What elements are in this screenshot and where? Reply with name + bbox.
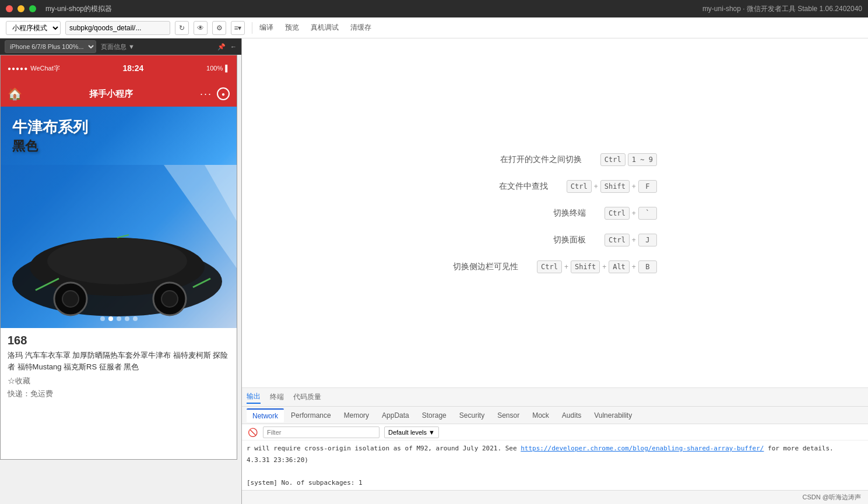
mode-select[interactable]: 小程序模式 <box>6 21 61 35</box>
chrome-link[interactable]: https://developer.chrome.com/blog/enabli… <box>521 445 764 452</box>
shortcut-desc-5: 切换侧边栏可见性 <box>453 262 518 272</box>
minimize-window-btn[interactable] <box>17 5 24 12</box>
key-b-5: B <box>638 260 657 273</box>
console-line-4: [system] No. of subpackages: 1 <box>247 477 863 489</box>
indicator-4 <box>125 316 129 321</box>
key-ctrl-4: Ctrl <box>605 234 630 246</box>
status-left: ●●●●● WeChat字 <box>8 64 60 73</box>
svg-point-5 <box>62 291 79 307</box>
console-line-2: 4.3.31 23:36:20) <box>247 454 863 466</box>
product-info: 168 洛玛 汽车车衣车罩 加厚防晒隔热车套外罩牛津布 福特麦柯斯 探险者 福特… <box>1 328 237 403</box>
key-range-1: 1 ~ 9 <box>628 153 657 166</box>
compile-label: 编译 <box>259 23 273 33</box>
indicator-3 <box>117 316 121 321</box>
tab-appdata[interactable]: AppData <box>376 409 415 422</box>
product-name: 洛玛 汽车车衣车罩 加厚防晒隔热车套外罩牛津布 福特麦柯斯 探险者 福特Must… <box>8 350 230 372</box>
banner-sub: 黑色 <box>12 139 88 154</box>
simulator-top-bar: iPhone 6/7/8 Plus 100%... 页面信息 ▼ 📌 ← <box>0 38 241 55</box>
tab-terminal[interactable]: 终端 <box>270 391 284 403</box>
indicator-5 <box>133 316 138 321</box>
shortcut-row-4: 切换面板 Ctrl + J <box>453 234 657 246</box>
shortcut-keys-5: Ctrl + Shift + Alt + B <box>537 260 657 273</box>
key-backtick-3: ` <box>638 207 657 220</box>
debug-label: 真机调试 <box>311 23 339 33</box>
device-select[interactable]: iPhone 6/7/8 Plus 100%... <box>5 40 96 53</box>
key-ctrl-1: Ctrl <box>600 153 625 166</box>
key-ctrl-2: Ctrl <box>567 180 592 193</box>
page-info-btn[interactable]: 页面信息 ▼ <box>101 43 135 51</box>
more-btn[interactable]: ≡▾ <box>231 21 245 35</box>
tab-vulnerability[interactable]: Vulnerability <box>588 409 638 422</box>
signal-icon: ●●●●● <box>8 65 28 72</box>
tab-network[interactable]: Network <box>247 408 284 422</box>
app-wrapper: my-uni-shop的模拟器 my-uni-shop · 微信开发者工具 St… <box>0 0 868 504</box>
settings-btn[interactable]: ⚙ <box>212 21 226 35</box>
product-banner: 牛津布系列 黑色 <box>1 107 237 328</box>
network-label: WeChat字 <box>30 64 60 73</box>
key-j-4: J <box>638 234 657 246</box>
shortcut-keys-4: Ctrl + J <box>605 234 657 246</box>
nav-title: 择手小程序 <box>89 89 133 100</box>
shipping-info: 快递：免运费 <box>8 389 230 399</box>
console-toolbar: 🚫 Default levels ▼ <box>242 424 868 440</box>
status-right: 100% ▌ <box>206 65 230 72</box>
banner-heading: 牛津布系列 <box>12 118 88 136</box>
shortcut-row-5: 切换侧边栏可见性 Ctrl + Shift + Alt + B <box>453 260 657 273</box>
main-toolbar: 小程序模式 ↻ 👁 ⚙ ≡▾ 编译 预览 真机调试 清缓存 <box>0 17 868 38</box>
key-ctrl-3: Ctrl <box>605 207 630 220</box>
time-display: 18:24 <box>123 64 144 73</box>
shortcut-desc-1: 在打开的文件之间切换 <box>453 154 582 165</box>
preview-eye-btn[interactable]: 👁 <box>194 21 208 35</box>
console-output: r will require cross-origin isolation as… <box>242 440 868 490</box>
tab-memory[interactable]: Memory <box>338 409 375 422</box>
shortcut-row-1: 在打开的文件之间切换 Ctrl 1 ~ 9 <box>453 153 657 166</box>
svg-point-7 <box>161 291 178 307</box>
home-icon[interactable]: 🏠 <box>8 87 22 101</box>
tab-security[interactable]: Security <box>454 409 490 422</box>
key-alt-5: Alt <box>609 260 630 273</box>
tab-sensor[interactable]: Sensor <box>491 409 525 422</box>
nav-dots[interactable]: ··· <box>200 88 212 100</box>
phone-status-bar: ●●●●● WeChat字 18:24 100% ▌ <box>1 55 237 81</box>
level-selector-btn[interactable]: Default levels ▼ <box>384 427 439 438</box>
path-input[interactable] <box>65 21 170 35</box>
right-column: 在打开的文件之间切换 Ctrl 1 ~ 9 在文件中查找 Ctrl + Shif… <box>242 38 868 504</box>
sim-right-controls: 📌 ← <box>217 43 237 51</box>
tab-audits[interactable]: Audits <box>556 409 587 422</box>
phone-nav-bar: 🏠 择手小程序 ··· ● <box>1 81 237 107</box>
refresh-btn[interactable]: ↻ <box>175 21 189 35</box>
close-window-btn[interactable] <box>6 5 13 12</box>
back-icon[interactable]: ← <box>230 43 237 50</box>
simulator-column: iPhone 6/7/8 Plus 100%... 页面信息 ▼ 📌 ← <box>0 38 242 504</box>
indicator-2 <box>108 316 113 321</box>
key-shift-5: Shift <box>571 260 600 273</box>
collect-btn[interactable]: ☆收藏 <box>8 376 230 386</box>
title-bar-left: my-uni-shop的模拟器 <box>6 4 112 14</box>
battery-label: 100% <box>206 65 223 72</box>
console-line-1: r will require cross-origin isolation as… <box>247 443 863 454</box>
filter-input[interactable] <box>263 427 379 438</box>
clear-console-btn[interactable]: 🚫 <box>247 427 258 438</box>
pin-icon[interactable]: 📌 <box>217 43 226 51</box>
console-line-3 <box>247 466 863 477</box>
status-bar: CSDN @听海边涛声 <box>242 490 868 504</box>
tab-storage[interactable]: Storage <box>416 409 452 422</box>
tab-performance[interactable]: Performance <box>285 409 337 422</box>
phone-container: ●●●●● WeChat字 18:24 100% ▌ 🏠 择手小程序 <box>0 55 241 504</box>
shortcut-desc-3: 切换终端 <box>453 208 586 218</box>
content-wrapper: iPhone 6/7/8 Plus 100%... 页面信息 ▼ 📌 ← <box>0 38 868 504</box>
tab-mock[interactable]: Mock <box>526 409 555 422</box>
right-title: my-uni-shop · 微信开发者工具 Stable 1.06.240204… <box>702 4 862 14</box>
clear-label: 清缓存 <box>350 23 371 33</box>
product-price: 168 <box>8 334 230 347</box>
preview-label: 预览 <box>285 23 299 33</box>
shortcut-desc-2: 在文件中查找 <box>453 181 548 192</box>
shortcuts-table: 在打开的文件之间切换 Ctrl 1 ~ 9 在文件中查找 Ctrl + Shif… <box>453 153 657 273</box>
tab-output[interactable]: 输出 <box>247 390 261 404</box>
shortcut-row-2: 在文件中查找 Ctrl + Shift + F <box>453 180 657 193</box>
shortcut-keys-3: Ctrl + ` <box>605 207 657 220</box>
key-f-2: F <box>638 180 657 193</box>
nav-record-btn[interactable]: ● <box>217 87 230 100</box>
maximize-window-btn[interactable] <box>29 5 36 12</box>
tab-code-quality[interactable]: 代码质量 <box>293 391 321 403</box>
